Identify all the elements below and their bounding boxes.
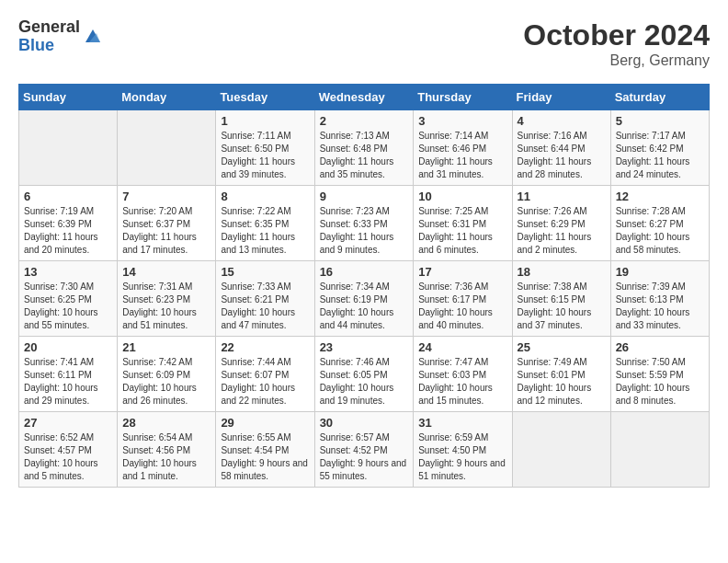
day-info: Sunrise: 7:39 AM Sunset: 6:13 PM Dayligh… — [616, 281, 704, 332]
day-number: 18 — [518, 265, 606, 279]
day-number: 8 — [221, 190, 309, 203]
day-info: Sunrise: 7:16 AM Sunset: 6:44 PM Dayligh… — [518, 130, 606, 181]
calendar-cell: 26Sunrise: 7:50 AM Sunset: 5:59 PM Dayli… — [610, 337, 709, 412]
weekday-header-row: SundayMondayTuesdayWednesdayThursdayFrid… — [19, 85, 710, 110]
page-header: General Blue October 2024 Berg, Germany — [18, 18, 710, 69]
day-number: 15 — [221, 265, 309, 279]
calendar-cell — [19, 110, 118, 186]
calendar-week-row: 6Sunrise: 7:19 AM Sunset: 6:39 PM Daylig… — [19, 186, 710, 261]
weekday-header-wednesday: Wednesday — [314, 85, 414, 110]
day-info: Sunrise: 7:38 AM Sunset: 6:15 PM Dayligh… — [518, 281, 606, 332]
weekday-header-monday: Monday — [118, 85, 216, 110]
calendar-cell: 9Sunrise: 7:23 AM Sunset: 6:33 PM Daylig… — [314, 186, 414, 261]
weekday-header-tuesday: Tuesday — [216, 85, 314, 110]
day-number: 13 — [24, 265, 112, 279]
day-number: 3 — [418, 114, 506, 128]
day-info: Sunrise: 7:31 AM Sunset: 6:23 PM Dayligh… — [122, 281, 210, 332]
day-number: 7 — [122, 190, 210, 203]
day-info: Sunrise: 7:49 AM Sunset: 6:01 PM Dayligh… — [518, 356, 606, 408]
calendar-cell: 6Sunrise: 7:19 AM Sunset: 6:39 PM Daylig… — [19, 186, 118, 261]
day-info: Sunrise: 7:34 AM Sunset: 6:19 PM Dayligh… — [320, 281, 409, 332]
calendar-cell: 27Sunrise: 6:52 AM Sunset: 4:57 PM Dayli… — [19, 412, 118, 488]
calendar-cell: 30Sunrise: 6:57 AM Sunset: 4:52 PM Dayli… — [314, 412, 414, 488]
day-number: 10 — [418, 190, 506, 203]
calendar-cell: 3Sunrise: 7:14 AM Sunset: 6:46 PM Daylig… — [414, 110, 512, 186]
day-number: 23 — [320, 340, 409, 354]
calendar-cell: 15Sunrise: 7:33 AM Sunset: 6:21 PM Dayli… — [216, 261, 314, 337]
day-number: 9 — [320, 190, 409, 203]
logo-general-text: General — [18, 18, 80, 37]
logo-blue-text: Blue — [18, 37, 80, 55]
day-number: 27 — [24, 416, 112, 430]
day-info: Sunrise: 6:52 AM Sunset: 4:57 PM Dayligh… — [24, 431, 112, 483]
day-info: Sunrise: 7:23 AM Sunset: 6:33 PM Dayligh… — [320, 205, 409, 257]
day-number: 14 — [122, 265, 210, 279]
logo: General Blue — [18, 18, 104, 55]
day-info: Sunrise: 7:50 AM Sunset: 5:59 PM Dayligh… — [616, 356, 704, 408]
calendar-cell: 16Sunrise: 7:34 AM Sunset: 6:19 PM Dayli… — [314, 261, 414, 337]
month-title: October 2024 — [523, 18, 710, 52]
calendar-cell: 14Sunrise: 7:31 AM Sunset: 6:23 PM Dayli… — [118, 261, 216, 337]
day-info: Sunrise: 7:47 AM Sunset: 6:03 PM Dayligh… — [418, 356, 506, 408]
day-info: Sunrise: 7:14 AM Sunset: 6:46 PM Dayligh… — [418, 130, 506, 181]
day-info: Sunrise: 7:13 AM Sunset: 6:48 PM Dayligh… — [320, 130, 409, 181]
calendar-cell: 11Sunrise: 7:26 AM Sunset: 6:29 PM Dayli… — [512, 186, 610, 261]
calendar-cell: 12Sunrise: 7:28 AM Sunset: 6:27 PM Dayli… — [610, 186, 709, 261]
calendar-cell: 31Sunrise: 6:59 AM Sunset: 4:50 PM Dayli… — [414, 412, 512, 488]
day-number: 20 — [24, 340, 112, 354]
calendar-cell: 17Sunrise: 7:36 AM Sunset: 6:17 PM Dayli… — [414, 261, 512, 337]
day-info: Sunrise: 7:30 AM Sunset: 6:25 PM Dayligh… — [24, 281, 112, 332]
calendar-table: SundayMondayTuesdayWednesdayThursdayFrid… — [18, 84, 710, 488]
day-number: 5 — [616, 114, 704, 128]
calendar-week-row: 13Sunrise: 7:30 AM Sunset: 6:25 PM Dayli… — [19, 261, 710, 337]
day-info: Sunrise: 6:57 AM Sunset: 4:52 PM Dayligh… — [320, 431, 409, 483]
day-info: Sunrise: 7:44 AM Sunset: 6:07 PM Dayligh… — [221, 356, 309, 408]
calendar-cell: 28Sunrise: 6:54 AM Sunset: 4:56 PM Dayli… — [118, 412, 216, 488]
day-info: Sunrise: 7:33 AM Sunset: 6:21 PM Dayligh… — [221, 281, 309, 332]
day-number: 6 — [24, 190, 112, 203]
day-number: 4 — [518, 114, 606, 128]
day-number: 28 — [122, 416, 210, 430]
weekday-header-saturday: Saturday — [610, 85, 709, 110]
day-info: Sunrise: 7:19 AM Sunset: 6:39 PM Dayligh… — [24, 205, 112, 257]
calendar-cell: 8Sunrise: 7:22 AM Sunset: 6:35 PM Daylig… — [216, 186, 314, 261]
day-info: Sunrise: 7:36 AM Sunset: 6:17 PM Dayligh… — [418, 281, 506, 332]
day-info: Sunrise: 7:42 AM Sunset: 6:09 PM Dayligh… — [122, 356, 210, 408]
calendar-cell: 23Sunrise: 7:46 AM Sunset: 6:05 PM Dayli… — [314, 337, 414, 412]
day-info: Sunrise: 7:41 AM Sunset: 6:11 PM Dayligh… — [24, 356, 112, 408]
day-number: 11 — [518, 190, 606, 203]
calendar-cell: 19Sunrise: 7:39 AM Sunset: 6:13 PM Dayli… — [610, 261, 709, 337]
calendar-cell: 2Sunrise: 7:13 AM Sunset: 6:48 PM Daylig… — [314, 110, 414, 186]
calendar-cell: 25Sunrise: 7:49 AM Sunset: 6:01 PM Dayli… — [512, 337, 610, 412]
calendar-cell: 29Sunrise: 6:55 AM Sunset: 4:54 PM Dayli… — [216, 412, 314, 488]
weekday-header-friday: Friday — [512, 85, 610, 110]
calendar-cell: 20Sunrise: 7:41 AM Sunset: 6:11 PM Dayli… — [19, 337, 118, 412]
calendar-cell: 21Sunrise: 7:42 AM Sunset: 6:09 PM Dayli… — [118, 337, 216, 412]
day-number: 26 — [616, 340, 704, 354]
day-info: Sunrise: 6:59 AM Sunset: 4:50 PM Dayligh… — [418, 431, 506, 483]
location-text: Berg, Germany — [523, 52, 710, 69]
day-number: 1 — [221, 114, 309, 128]
calendar-cell: 13Sunrise: 7:30 AM Sunset: 6:25 PM Dayli… — [19, 261, 118, 337]
weekday-header-thursday: Thursday — [414, 85, 512, 110]
calendar-week-row: 1Sunrise: 7:11 AM Sunset: 6:50 PM Daylig… — [19, 110, 710, 186]
day-number: 29 — [221, 416, 309, 430]
calendar-cell: 10Sunrise: 7:25 AM Sunset: 6:31 PM Dayli… — [414, 186, 512, 261]
calendar-week-row: 20Sunrise: 7:41 AM Sunset: 6:11 PM Dayli… — [19, 337, 710, 412]
logo-icon — [82, 26, 104, 48]
calendar-cell: 4Sunrise: 7:16 AM Sunset: 6:44 PM Daylig… — [512, 110, 610, 186]
calendar-cell: 22Sunrise: 7:44 AM Sunset: 6:07 PM Dayli… — [216, 337, 314, 412]
day-info: Sunrise: 7:25 AM Sunset: 6:31 PM Dayligh… — [418, 205, 506, 257]
title-area: October 2024 Berg, Germany — [523, 18, 710, 69]
calendar-week-row: 27Sunrise: 6:52 AM Sunset: 4:57 PM Dayli… — [19, 412, 710, 488]
day-info: Sunrise: 7:46 AM Sunset: 6:05 PM Dayligh… — [320, 356, 409, 408]
calendar-cell: 5Sunrise: 7:17 AM Sunset: 6:42 PM Daylig… — [610, 110, 709, 186]
calendar-cell: 24Sunrise: 7:47 AM Sunset: 6:03 PM Dayli… — [414, 337, 512, 412]
day-number: 22 — [221, 340, 309, 354]
day-info: Sunrise: 7:11 AM Sunset: 6:50 PM Dayligh… — [221, 130, 309, 181]
day-info: Sunrise: 6:55 AM Sunset: 4:54 PM Dayligh… — [221, 431, 309, 483]
weekday-header-sunday: Sunday — [19, 85, 118, 110]
calendar-cell: 18Sunrise: 7:38 AM Sunset: 6:15 PM Dayli… — [512, 261, 610, 337]
day-number: 12 — [616, 190, 704, 203]
day-number: 2 — [320, 114, 409, 128]
